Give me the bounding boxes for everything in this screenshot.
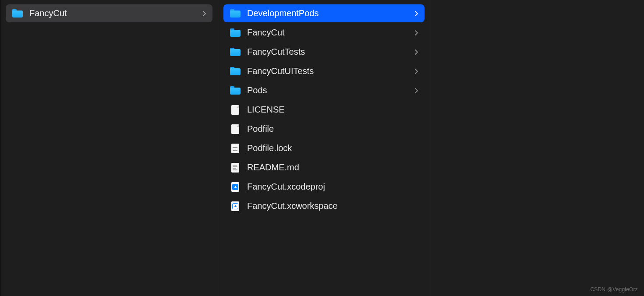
list-item[interactable]: DevelopmentPods xyxy=(223,4,425,22)
chevron-right-icon xyxy=(415,69,418,74)
chevron-right-icon xyxy=(415,30,418,35)
list-item[interactable]: FancyCut.xcworkspace xyxy=(223,197,425,215)
finder-column-0[interactable]: FancyCut xyxy=(0,0,218,296)
folder-icon xyxy=(230,67,241,76)
document-icon xyxy=(230,124,241,134)
list-item[interactable]: FancyCut xyxy=(223,24,425,42)
chevron-right-icon xyxy=(203,11,206,16)
text-document-icon xyxy=(230,163,241,173)
xcworkspace-icon xyxy=(230,201,241,211)
document-icon xyxy=(230,105,241,115)
list-item[interactable]: Podfile xyxy=(223,120,425,138)
item-label: FancyCut xyxy=(247,28,411,38)
item-label: Podfile xyxy=(247,124,418,134)
chevron-right-icon xyxy=(415,11,418,16)
list-item[interactable]: FancyCutTests xyxy=(223,43,425,61)
item-label: README.md xyxy=(247,162,418,173)
watermark-text: CSDN @VeggieOrz xyxy=(590,286,638,292)
chevron-right-icon xyxy=(415,88,418,93)
folder-icon xyxy=(230,86,241,95)
item-label: Podfile.lock xyxy=(247,143,418,153)
finder-column-2[interactable] xyxy=(430,0,644,296)
folder-icon xyxy=(230,28,241,38)
item-label: DevelopmentPods xyxy=(247,8,411,18)
list-item[interactable]: FancyCut.xcodeproj xyxy=(223,178,425,196)
item-label: Pods xyxy=(247,85,411,95)
list-item[interactable]: Pods xyxy=(223,81,425,99)
item-label: LICENSE xyxy=(247,105,418,115)
item-label: FancyCutUITests xyxy=(247,66,411,76)
item-label: FancyCutTests xyxy=(247,47,411,57)
folder-icon xyxy=(230,47,241,57)
list-item[interactable]: FancyCut xyxy=(6,4,212,22)
chevron-right-icon xyxy=(415,49,418,55)
list-item[interactable]: README.md xyxy=(223,159,425,176)
list-item[interactable]: FancyCutUITests xyxy=(223,62,425,80)
item-label: FancyCut xyxy=(29,8,199,18)
folder-icon xyxy=(12,9,23,18)
item-label: FancyCut.xcodeproj xyxy=(247,182,418,192)
folder-icon xyxy=(230,9,241,18)
list-item[interactable]: LICENSE xyxy=(223,101,425,119)
list-item[interactable]: Podfile.lock xyxy=(223,139,425,157)
item-label: FancyCut.xcworkspace xyxy=(247,201,418,211)
xcodeproj-icon xyxy=(230,182,241,192)
text-document-icon xyxy=(230,144,241,153)
finder-column-1[interactable]: DevelopmentPods FancyCut FancyCutTests F… xyxy=(218,0,430,296)
